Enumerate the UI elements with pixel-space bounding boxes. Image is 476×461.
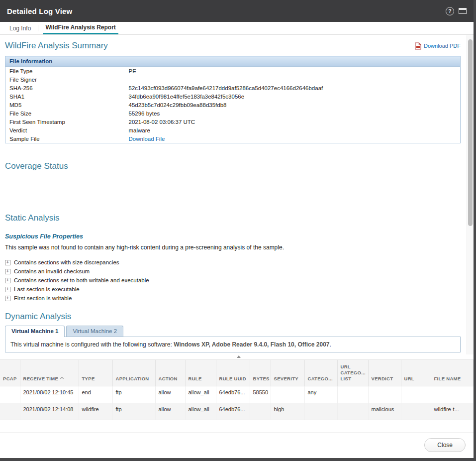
log-row[interactable]: 2021/08/02 12:10:45 end ftp allow allow_… bbox=[0, 386, 474, 403]
column-header-bytes[interactable]: BYTES bbox=[250, 360, 271, 386]
cell-pcap bbox=[0, 386, 20, 403]
file-info-label: MD5 bbox=[5, 101, 125, 109]
column-header-category[interactable]: CATEGO... bbox=[304, 360, 337, 386]
column-header-action[interactable]: ACTION bbox=[155, 360, 185, 386]
cell-application: ftp bbox=[112, 403, 155, 420]
sort-asc-icon bbox=[60, 376, 64, 380]
titlebar-icons: ? bbox=[446, 7, 467, 15]
file-info-row: File Signer bbox=[5, 75, 461, 84]
suspicious-properties-list: + Contains sections with size discrepanc… bbox=[5, 258, 461, 303]
tab-virtual-machine-2[interactable]: Virtual Machine 2 bbox=[66, 326, 123, 337]
list-item: + Contains sections set to both writable… bbox=[5, 276, 461, 285]
static-analysis-description: This sample was not found to contain any… bbox=[5, 244, 461, 251]
cell-receive-time: 2021/08/02 12:14:08 bbox=[20, 403, 79, 420]
list-item: + Contains sections with size discrepanc… bbox=[5, 258, 461, 267]
column-header-url-category-list[interactable]: URL CATEGO... LIST bbox=[337, 360, 368, 386]
file-info-row: First Seen Timestamp 2021-08-02 03:06:37… bbox=[5, 117, 461, 126]
panel-splitter[interactable] bbox=[0, 354, 474, 359]
column-header-url[interactable]: URL bbox=[401, 360, 431, 386]
window-icon[interactable] bbox=[459, 8, 467, 14]
scrollbar-thumb[interactable] bbox=[468, 39, 473, 226]
dialog-tabbar: Log Info WildFire Analysis Report bbox=[0, 22, 474, 35]
vm-tabbar: Virtual Machine 1 Virtual Machine 2 bbox=[5, 326, 461, 337]
file-info-label: Sample File bbox=[5, 134, 125, 143]
file-info-row: SHA1 34fdb6ea90f981e4ffef5e183fa3e842f5c… bbox=[5, 92, 461, 101]
log-row[interactable]: 2021/08/02 12:14:08 wildfire ftp allow a… bbox=[0, 403, 474, 420]
list-item-label: First section is writable bbox=[14, 295, 72, 301]
cell-type: end bbox=[79, 386, 112, 403]
file-info-value: PE bbox=[125, 67, 461, 76]
cell-url-category-list bbox=[337, 403, 368, 420]
close-button[interactable]: Close bbox=[424, 438, 466, 452]
column-header-file-name[interactable]: FILE NAME bbox=[431, 360, 474, 386]
collapse-up-icon[interactable] bbox=[237, 355, 241, 358]
cell-bytes: 58550 bbox=[250, 386, 271, 403]
coverage-status-heading: Coverage Status bbox=[5, 161, 461, 171]
tab-virtual-machine-1[interactable]: Virtual Machine 1 bbox=[5, 326, 65, 337]
verdict-value: malware bbox=[125, 126, 461, 134]
pdf-icon bbox=[415, 42, 421, 50]
wildfire-summary-heading: WildFire Analysis Summary bbox=[5, 41, 108, 51]
dialog-footer: Close bbox=[0, 432, 474, 458]
cell-action: allow bbox=[155, 403, 185, 420]
vm-info-period: . bbox=[330, 341, 331, 348]
list-item: + Contains an invalid checksum bbox=[5, 267, 461, 276]
file-info-value: 45d23b5c7d024c29fbb09ea88d35fdb8 bbox=[125, 101, 461, 109]
download-file-link[interactable]: Download File bbox=[129, 136, 165, 142]
cell-action: allow bbox=[155, 386, 185, 403]
column-header-pcap[interactable]: PCAP bbox=[0, 360, 20, 386]
cell-rule: allow_all bbox=[185, 386, 216, 403]
cell-application: ftp bbox=[112, 386, 155, 403]
log-header-row: PCAP RECEIVE TIME TYPE APPLICATION ACTIO… bbox=[0, 360, 474, 386]
report-content: WildFire Analysis Summary Download PDF F… bbox=[0, 35, 474, 354]
dialog-title: Detailed Log View bbox=[7, 7, 73, 15]
file-info-row: Verdict malware bbox=[5, 126, 461, 134]
vm-info-text: This virtual machine is configured with … bbox=[10, 341, 174, 348]
column-header-rule[interactable]: RULE bbox=[185, 360, 216, 386]
help-icon[interactable]: ? bbox=[446, 7, 454, 15]
expand-icon[interactable]: + bbox=[5, 260, 10, 265]
file-information-table: File Information File Type PE File Signe… bbox=[5, 56, 461, 143]
vertical-scrollbar[interactable] bbox=[467, 35, 474, 355]
list-item-label: Last section is executable bbox=[14, 286, 80, 292]
cell-category: any bbox=[304, 386, 337, 403]
tab-log-info[interactable]: Log Info bbox=[7, 22, 33, 34]
expand-icon[interactable]: + bbox=[5, 278, 10, 283]
suspicious-file-properties-heading: Suspicious File Properties bbox=[5, 233, 461, 240]
list-item: + Last section is executable bbox=[5, 285, 461, 294]
cell-file-name bbox=[431, 386, 474, 403]
file-info-label: File Signer bbox=[5, 75, 125, 84]
download-pdf-label: Download PDF bbox=[424, 43, 461, 49]
file-info-value bbox=[125, 75, 461, 84]
column-header-rule-uuid[interactable]: RULE UUID bbox=[216, 360, 250, 386]
cell-type: wildfire bbox=[79, 403, 112, 420]
column-header-application[interactable]: APPLICATION bbox=[112, 360, 155, 386]
column-header-type[interactable]: TYPE bbox=[79, 360, 112, 386]
tab-separator bbox=[38, 25, 38, 31]
cell-severity bbox=[271, 386, 304, 403]
expand-icon[interactable]: + bbox=[5, 296, 10, 301]
cell-rule-uuid: 64edb76... bbox=[216, 386, 250, 403]
summary-header-row: WildFire Analysis Summary Download PDF bbox=[5, 41, 461, 51]
expand-icon[interactable]: + bbox=[5, 269, 10, 274]
detailed-log-view-dialog: Detailed Log View ? Log Info WildFire An… bbox=[0, 0, 474, 458]
cell-bytes bbox=[250, 403, 271, 420]
column-header-severity[interactable]: SEVERITY bbox=[271, 360, 304, 386]
dynamic-analysis-heading: Dynamic Analysis bbox=[5, 312, 461, 322]
log-table: PCAP RECEIVE TIME TYPE APPLICATION ACTIO… bbox=[0, 360, 474, 420]
list-item-label: Contains an invalid checksum bbox=[14, 268, 90, 274]
download-pdf-link[interactable]: Download PDF bbox=[415, 42, 461, 50]
file-info-label: First Seen Timestamp bbox=[5, 117, 125, 126]
file-info-row: SHA-256 52c1493cf093d966074fa9afe64217dd… bbox=[5, 84, 461, 92]
file-info-label: File Type bbox=[5, 67, 125, 76]
cell-category bbox=[304, 403, 337, 420]
file-info-row: File Type PE bbox=[5, 67, 461, 76]
column-header-receive-time[interactable]: RECEIVE TIME bbox=[20, 360, 79, 386]
column-header-verdict[interactable]: VERDICT bbox=[368, 360, 401, 386]
dialog-titlebar: Detailed Log View ? bbox=[0, 0, 474, 22]
log-grid: PCAP RECEIVE TIME TYPE APPLICATION ACTIO… bbox=[0, 359, 474, 432]
cell-url bbox=[401, 403, 431, 420]
tab-wildfire-analysis-report[interactable]: WildFire Analysis Report bbox=[43, 22, 118, 34]
expand-icon[interactable]: + bbox=[5, 287, 10, 292]
cell-pcap bbox=[0, 403, 20, 420]
